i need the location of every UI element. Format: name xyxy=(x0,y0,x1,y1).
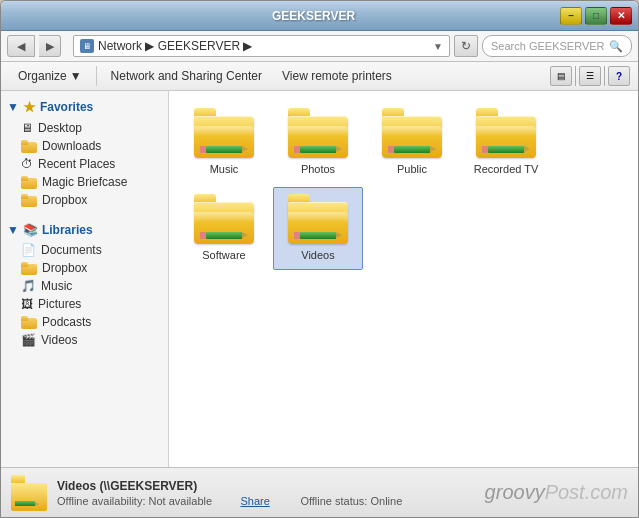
folder-highlight xyxy=(194,212,254,222)
folder-label: Recorded TV xyxy=(474,162,539,176)
title-bar: GEEKSERVER – □ ✕ xyxy=(1,1,638,31)
address-bar: ◀ ▶ 🖥 Network ▶ GEEKSERVER ▶ ▼ ↻ Search … xyxy=(1,31,638,62)
preview-pane-button[interactable]: ▤ xyxy=(550,66,572,86)
folder-item[interactable]: Videos xyxy=(273,187,363,269)
folder-pencil xyxy=(294,230,342,240)
sidebar-item-magic-briefcase[interactable]: Magic Briefcase xyxy=(1,173,168,191)
toolbar: Organize ▼ Network and Sharing Center Vi… xyxy=(1,62,638,91)
toolbar-separator-3 xyxy=(604,66,605,86)
sidebar-item-recent-places[interactable]: ⏱ Recent Places xyxy=(1,155,168,173)
help-button[interactable]: ? xyxy=(608,66,630,86)
address-dropdown-arrow[interactable]: ▼ xyxy=(433,41,443,52)
window-controls: – □ ✕ xyxy=(560,7,632,25)
toolbar-separator-2 xyxy=(575,66,576,86)
downloads-label: Downloads xyxy=(42,139,101,153)
folder-item[interactable]: Music xyxy=(179,101,269,183)
minimize-button[interactable]: – xyxy=(560,7,582,25)
pencil-tip xyxy=(524,146,530,152)
sidebar-item-downloads[interactable]: Downloads xyxy=(1,137,168,155)
folder-label: Videos xyxy=(301,248,334,262)
folder-label: Software xyxy=(202,248,245,262)
maximize-button[interactable]: □ xyxy=(585,7,607,25)
sidebar-item-videos[interactable]: 🎬 Videos xyxy=(1,331,168,349)
folder-item[interactable]: Software xyxy=(179,187,269,269)
pencil-body xyxy=(300,232,336,239)
folder-body xyxy=(476,116,536,158)
folder-pencil xyxy=(294,144,342,154)
folder-highlight xyxy=(476,126,536,136)
folder-highlight xyxy=(288,212,348,222)
favorites-header[interactable]: ▼ ★ Favorites xyxy=(1,95,168,119)
documents-icon: 📄 xyxy=(21,243,36,257)
folder-pencil xyxy=(200,230,248,240)
magic-briefcase-icon xyxy=(21,176,37,189)
view-remote-button[interactable]: View remote printers xyxy=(273,65,401,87)
main-content: ▼ ★ Favorites 🖥 Desktop Downloads ⏱ Rece… xyxy=(1,91,638,467)
close-button[interactable]: ✕ xyxy=(610,7,632,25)
status-value: Online xyxy=(371,495,403,507)
status-info: Videos (\\GEEKSERVER) Offline availabili… xyxy=(57,479,475,507)
videos-label: Videos xyxy=(41,333,77,347)
window-title: GEEKSERVER xyxy=(67,9,560,23)
status-folder-body xyxy=(11,483,47,511)
pencil-tip xyxy=(430,146,436,152)
pencil-body xyxy=(206,146,242,153)
address-path-field[interactable]: 🖥 Network ▶ GEEKSERVER ▶ ▼ xyxy=(73,35,450,57)
folder-icon-big xyxy=(382,108,442,158)
status-bar: Videos (\\GEEKSERVER) Offline availabili… xyxy=(1,467,638,517)
folder-pencil xyxy=(200,144,248,154)
folder-icon-big xyxy=(194,108,254,158)
pictures-icon: 🖼 xyxy=(21,297,33,311)
back-button[interactable]: ◀ xyxy=(7,35,35,57)
folder-label: Photos xyxy=(301,162,335,176)
organize-button[interactable]: Organize ▼ xyxy=(9,65,91,87)
pencil-body xyxy=(488,146,524,153)
folder-body xyxy=(288,202,348,244)
pencil-body xyxy=(300,146,336,153)
desktop-label: Desktop xyxy=(38,121,82,135)
folder-item[interactable]: Photos xyxy=(273,101,363,183)
sidebar-item-music[interactable]: 🎵 Music xyxy=(1,277,168,295)
forward-button[interactable]: ▶ xyxy=(39,35,61,57)
libraries-header[interactable]: ▼ 📚 Libraries xyxy=(1,219,168,241)
brand-groovy: groovy xyxy=(485,481,545,503)
search-box[interactable]: Search GEEKSERVER 🔍 xyxy=(482,35,632,57)
recent-places-label: Recent Places xyxy=(38,157,115,171)
brand-text: groovyPost.com xyxy=(485,481,628,504)
sidebar-item-documents[interactable]: 📄 Documents xyxy=(1,241,168,259)
sidebar-item-dropbox-fav[interactable]: Dropbox xyxy=(1,191,168,209)
refresh-button[interactable]: ↻ xyxy=(454,35,478,57)
desktop-icon: 🖥 xyxy=(21,121,33,135)
folder-item[interactable]: Recorded TV xyxy=(461,101,551,183)
sidebar-item-pictures[interactable]: 🖼 Pictures xyxy=(1,295,168,313)
address-icon: 🖥 xyxy=(80,39,94,53)
toolbar-right-controls: ▤ ☰ ? xyxy=(550,66,630,86)
status-folder-pencil xyxy=(15,501,43,507)
status-title: Videos (\\GEEKSERVER) xyxy=(57,479,475,493)
folder-icon-big xyxy=(476,108,536,158)
pencil-tip xyxy=(242,146,248,152)
libraries-icon: 📚 xyxy=(23,223,38,237)
videos-icon: 🎬 xyxy=(21,333,36,347)
network-sharing-button[interactable]: Network and Sharing Center xyxy=(102,65,271,87)
podcasts-label: Podcasts xyxy=(42,315,91,329)
folder-item[interactable]: Public xyxy=(367,101,457,183)
status-label: Offline status: xyxy=(300,495,367,507)
pencil-body xyxy=(206,232,242,239)
folder-body xyxy=(194,116,254,158)
share-link[interactable]: Share xyxy=(240,495,269,507)
documents-label: Documents xyxy=(41,243,102,257)
status-folder-icon xyxy=(11,475,47,511)
libraries-section: ▼ 📚 Libraries 📄 Documents Dropbox 🎵 Musi… xyxy=(1,219,168,349)
sidebar-item-desktop[interactable]: 🖥 Desktop xyxy=(1,119,168,137)
libraries-label: Libraries xyxy=(42,223,93,237)
details-view-button[interactable]: ☰ xyxy=(579,66,601,86)
dropbox-lib-label: Dropbox xyxy=(42,261,87,275)
search-placeholder-text: Search GEEKSERVER xyxy=(491,40,605,52)
sidebar-item-dropbox-lib[interactable]: Dropbox xyxy=(1,259,168,277)
folder-label: Music xyxy=(210,162,239,176)
pencil-tip xyxy=(242,232,248,238)
organize-dropdown-icon: ▼ xyxy=(70,69,82,83)
sidebar-item-podcasts[interactable]: Podcasts xyxy=(1,313,168,331)
folder-highlight xyxy=(194,126,254,136)
